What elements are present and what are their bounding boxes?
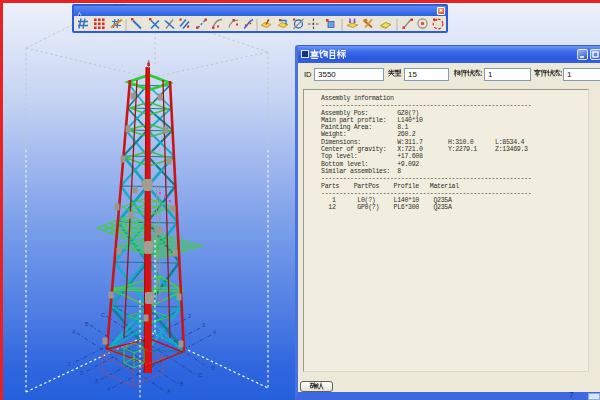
svg-text:A: A: [72, 329, 76, 335]
svg-text:2: 2: [188, 313, 191, 319]
svg-text:3: 3: [202, 322, 205, 328]
svg-text:B: B: [180, 381, 184, 387]
svg-text:4: 4: [107, 386, 110, 392]
svg-text:B: B: [85, 321, 89, 327]
svg-text:4: 4: [213, 329, 216, 335]
svg-text:C: C: [198, 372, 202, 378]
svg-text:2: 2: [80, 370, 83, 376]
svg-text:3: 3: [95, 378, 98, 384]
svg-text:A: A: [167, 388, 171, 394]
svg-text:D: D: [211, 365, 215, 371]
svg-text:1: 1: [68, 361, 71, 367]
svg-text:C: C: [101, 312, 105, 318]
